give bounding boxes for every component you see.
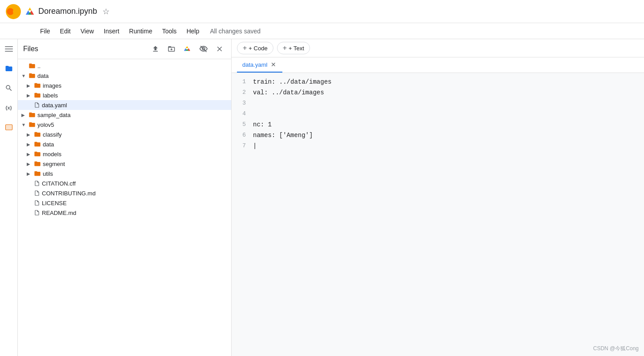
file-icon <box>34 199 40 206</box>
search-sidebar-icon[interactable] <box>3 82 15 94</box>
menu-item-help[interactable]: Help <box>182 26 204 36</box>
star-icon[interactable]: ☆ <box>102 7 110 16</box>
chevron-icon: ▶ <box>27 132 32 137</box>
menu-bar: File Edit View Insert Runtime Tools Help… <box>0 23 644 39</box>
file-icon <box>34 190 40 197</box>
file-tree-label: data <box>37 73 49 79</box>
upload-file-icon[interactable] <box>149 43 162 55</box>
file-tree-label: LICENSE <box>42 200 67 206</box>
line-number: 5 <box>232 119 249 130</box>
drive-mount-icon[interactable] <box>181 43 194 55</box>
list-item[interactable]: ▼ yolov5 <box>18 120 231 129</box>
colab-logo <box>5 4 21 20</box>
folder-icon <box>34 92 41 99</box>
line-number: 4 <box>232 109 249 119</box>
menu-item-insert[interactable]: Insert <box>99 26 124 36</box>
line-number: 2 <box>232 87 249 98</box>
file-panel-header: Files <box>18 39 231 59</box>
chevron-icon: ▶ <box>27 83 32 88</box>
list-item[interactable]: README.md <box>18 208 231 218</box>
plus-code-icon: + <box>243 44 247 52</box>
chevron-icon: ▶ <box>27 162 32 166</box>
file-tree-label: sample_data <box>37 112 70 118</box>
file-icon <box>34 209 40 216</box>
list-item[interactable]: ▶ models <box>18 149 231 159</box>
menu-item-runtime[interactable]: Runtime <box>125 26 157 36</box>
list-item[interactable]: ▶ labels <box>18 90 231 100</box>
plus-text-icon: + <box>283 44 287 52</box>
list-item[interactable]: ▶ sample_data <box>18 110 231 120</box>
code-line-6: 6 names: ['Ameng'] <box>232 130 644 141</box>
list-item[interactable]: .. <box>18 61 231 71</box>
terminal-sidebar-icon[interactable] <box>3 121 15 134</box>
menu-item-tools[interactable]: Tools <box>158 26 181 36</box>
text-btn-label: + Text <box>289 45 304 52</box>
list-item[interactable]: CITATION.cff <box>18 178 231 188</box>
chevron-icon: ▼ <box>21 73 27 78</box>
watermark-text: CSDN @今狐Cong <box>593 345 639 352</box>
menu-item-file[interactable]: File <box>36 26 55 36</box>
list-item[interactable]: ▶ images <box>18 81 231 90</box>
file-tree-label: utils <box>43 170 53 177</box>
list-item[interactable]: ▶ data <box>18 139 231 149</box>
menu-item-edit[interactable]: Edit <box>56 26 75 36</box>
chevron-icon: ▶ <box>21 113 27 117</box>
file-panel: Files <box>18 39 232 356</box>
file-tree-label: data.yaml <box>42 102 67 109</box>
files-sidebar-icon[interactable] <box>3 62 15 75</box>
code-line-7: 7 <box>232 141 644 151</box>
folder-icon <box>29 121 36 128</box>
close-panel-icon[interactable] <box>213 43 226 55</box>
list-item[interactable]: ▶ classify <box>18 129 231 139</box>
add-text-button[interactable]: + + Text <box>277 42 310 54</box>
menu-item-view[interactable]: View <box>76 26 98 36</box>
list-item[interactable]: ▶ segment <box>18 159 231 169</box>
watermark: CSDN @今狐Cong <box>593 345 639 352</box>
folder-icon <box>34 141 41 148</box>
notebook-title[interactable]: Doreamon.ipynb <box>38 7 97 16</box>
add-code-button[interactable]: + + Code <box>237 42 273 54</box>
list-item[interactable]: LICENSE <box>18 198 231 208</box>
line-content: train: ../data/images <box>249 77 335 87</box>
topbar: Doreamon.ipynb ☆ <box>0 0 644 23</box>
file-tree-label: segment <box>43 161 65 167</box>
line-number: 3 <box>232 98 249 109</box>
file-tree-label: data <box>43 141 54 148</box>
toggle-visibility-icon[interactable] <box>197 43 210 55</box>
svg-rect-5 <box>5 51 13 52</box>
code-line-2: 2 val: ../data/images <box>232 87 644 98</box>
chevron-icon: ▶ <box>27 142 32 147</box>
sidebar-icons: {x} <box>0 39 18 356</box>
folder-icon <box>34 160 41 167</box>
toolbar: + + Code + + Text <box>232 39 644 57</box>
svg-rect-3 <box>5 46 13 47</box>
drive-icon <box>25 7 35 16</box>
list-item[interactable]: ▶ utils <box>18 169 231 178</box>
chevron-icon: ▶ <box>27 93 32 98</box>
file-tabs: data.yaml ✕ <box>232 57 644 73</box>
file-icon <box>34 101 40 109</box>
list-item[interactable]: data.yaml <box>18 100 231 110</box>
file-tree-label: README.md <box>42 210 76 216</box>
line-content: names: ['Ameng'] <box>249 130 316 141</box>
new-folder-icon[interactable] <box>165 43 178 55</box>
file-tree-label: images <box>43 82 61 89</box>
line-content: val: ../data/images <box>249 87 328 98</box>
files-title: Files <box>23 45 38 53</box>
tab-close-icon[interactable]: ✕ <box>270 61 277 68</box>
file-tree: .. ▼ data ▶ images ▶ labels <box>18 59 231 356</box>
all-changes-saved: All changes saved <box>210 28 261 35</box>
svg-point-2 <box>13 8 20 15</box>
svg-rect-4 <box>5 49 13 49</box>
hamburger-icon[interactable] <box>3 43 15 55</box>
folder-icon <box>29 62 36 69</box>
tab-data-yaml[interactable]: data.yaml ✕ <box>237 57 282 73</box>
list-item[interactable]: ▼ data <box>18 71 231 81</box>
code-editor[interactable]: 1 train: ../data/images 2 val: ../data/i… <box>232 73 644 356</box>
folder-icon <box>34 170 41 177</box>
code-line-3: 3 <box>232 98 644 109</box>
list-item[interactable]: CONTRIBUTING.md <box>18 188 231 198</box>
folder-icon <box>29 72 36 79</box>
variables-sidebar-icon[interactable]: {x} <box>3 101 15 114</box>
folder-icon <box>34 150 41 158</box>
